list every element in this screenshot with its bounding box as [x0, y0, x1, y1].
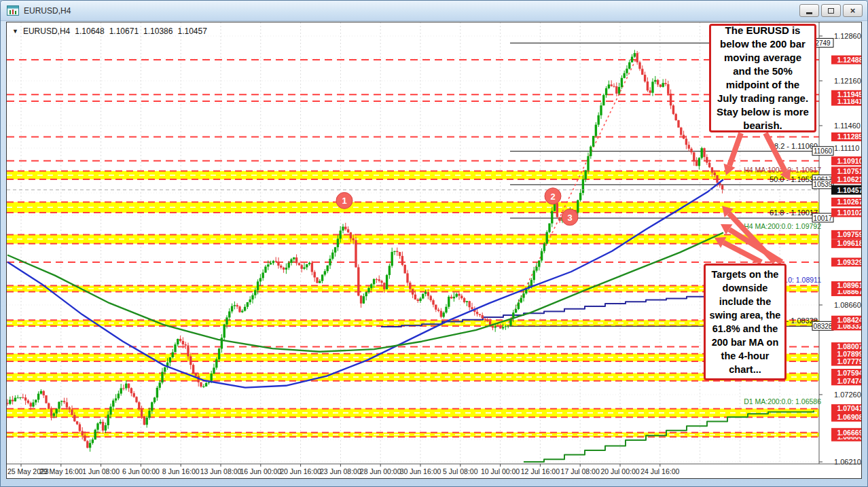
annotation-box-1[interactable]: The EURUSD is below the 200 bar moving a… — [709, 24, 816, 132]
chart-frame: 38.2 - 1.1106050.0 - 1.1053961.8 - 1.100… — [6, 22, 862, 479]
svg-text:D1 MA:200:0.0: 1.06586: D1 MA:200:0.0: 1.06586 — [744, 397, 821, 405]
mt4-chart-window: EURUSD,H4 × 38.2 - 1.1106050.0 - 1.10539… — [0, 0, 868, 487]
restore-button[interactable] — [821, 4, 841, 17]
quote-low: 1.10386 — [143, 26, 173, 36]
annotation-text-2: Targets on the downside include the swin… — [709, 268, 781, 376]
time-axis[interactable] — [7, 464, 861, 478]
close-button[interactable]: × — [843, 4, 863, 17]
annotation-box-2[interactable]: Targets on the downside include the swin… — [704, 264, 786, 380]
quote-open: 1.10648 — [75, 26, 104, 36]
svg-text:50.0 - 1.10539: 50.0 - 1.10539 — [770, 175, 818, 183]
symbol-dropdown-icon[interactable]: ▼ — [12, 28, 18, 35]
minimize-button[interactable] — [799, 4, 819, 17]
quote-symbol: EURUSD,H4 — [23, 26, 70, 36]
quote-high: 1.10671 — [109, 26, 139, 36]
svg-text:38.2 - 1.11060: 38.2 - 1.11060 — [770, 142, 818, 150]
quote-close: 1.10457 — [177, 26, 206, 36]
svg-text:H4 MA:200:0.0: 1.09792: H4 MA:200:0.0: 1.09792 — [744, 222, 821, 230]
minimize-icon — [806, 12, 812, 14]
price-axis[interactable] — [819, 22, 861, 464]
svg-text:1: 1 — [342, 196, 346, 206]
window-titlebar[interactable]: EURUSD,H4 × — [1, 1, 867, 21]
svg-text:61.8 - 1.10017: 61.8 - 1.10017 — [770, 209, 818, 217]
window-title: EURUSD,H4 — [24, 6, 71, 16]
svg-text:3: 3 — [567, 213, 572, 223]
annotation-text-1: The EURUSD is below the 200 bar moving a… — [715, 24, 811, 132]
svg-text:2: 2 — [550, 192, 555, 202]
quote-bar: ▼ EURUSD,H4 1.10648 1.10671 1.10386 1.10… — [12, 26, 207, 36]
restore-icon — [828, 8, 834, 14]
close-icon: × — [850, 6, 856, 15]
chart-window-icon — [7, 5, 19, 16]
